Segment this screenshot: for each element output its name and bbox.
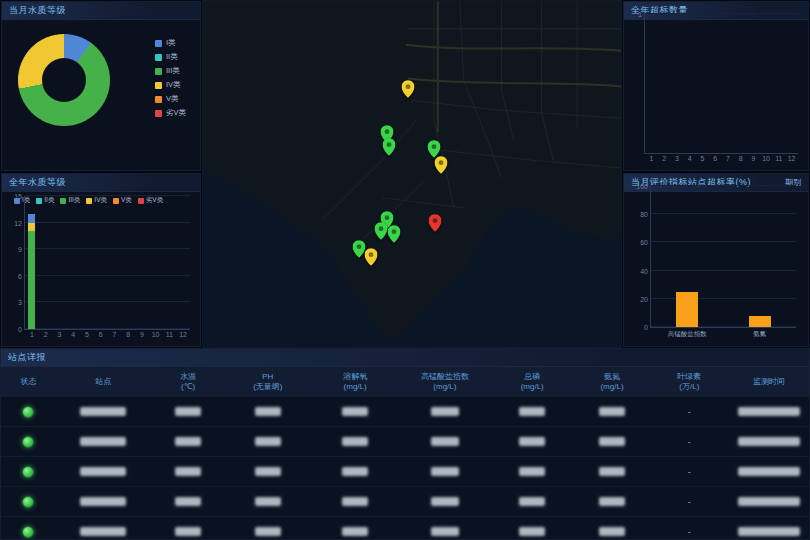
- redacted-value: [175, 407, 201, 416]
- table-cell: [225, 497, 310, 506]
- header-line2: (mg/L): [575, 382, 650, 392]
- redacted-value: [342, 467, 368, 476]
- table-cell: [575, 467, 650, 476]
- donut-legend-item: II类: [155, 52, 186, 62]
- redacted-value: [342, 527, 368, 536]
- x-axis-label: 2: [662, 155, 666, 162]
- x-axis-label: 7: [112, 331, 116, 338]
- table-cell: [310, 437, 400, 446]
- status-indicator-green: [22, 406, 34, 418]
- table-header-row: 状态站点水温(℃)PH(无量纲)溶解氧(mg/L)高锰酸盐指数(mg/L)总磷(…: [1, 367, 809, 397]
- header-line2: (mg/L): [400, 382, 490, 392]
- redacted-value: [431, 437, 459, 446]
- table-cell: [575, 527, 650, 536]
- panel-station-report: 站点详报 状态站点水温(℃)PH(无量纲)溶解氧(mg/L)高锰酸盐指数(mg/…: [0, 348, 810, 540]
- table-cell: [310, 497, 400, 506]
- panel-month-exceed-rate: 当月评价指标站点超标率(%) 期别 020406080100高锰酸盐指数氨氮: [623, 173, 809, 347]
- table-row[interactable]: -: [1, 397, 809, 427]
- table-cell: [56, 437, 151, 446]
- legend-label: III类: [166, 66, 180, 76]
- header-line1: PH: [225, 372, 310, 382]
- x-axis-label: 9: [140, 331, 144, 338]
- legend-label: II类: [166, 52, 178, 62]
- table-cell: [400, 497, 490, 506]
- donut-legend-item: V类: [155, 94, 186, 104]
- x-axis-label: 6: [99, 331, 103, 338]
- table-cell: [225, 407, 310, 416]
- exceed-rate-bar-chart: 020406080100高锰酸盐指数氨氮: [650, 186, 796, 328]
- status-indicator-green: [22, 466, 34, 478]
- table-cell: [151, 497, 226, 506]
- table-cell: [729, 407, 809, 416]
- table-row[interactable]: -: [1, 517, 809, 540]
- panel-title: 全年水质等级: [9, 176, 66, 189]
- header-line2: (万/L): [649, 382, 729, 392]
- table-cell: [729, 527, 809, 536]
- map-pin-green[interactable]: [383, 138, 396, 156]
- table-cell: [56, 407, 151, 416]
- gridline: [25, 275, 190, 276]
- map-pin-yellow[interactable]: [365, 248, 378, 266]
- y-axis-label: 20: [631, 296, 648, 303]
- legend-swatch: [155, 40, 162, 47]
- redacted-value: [599, 497, 625, 506]
- y-axis-label: 60: [631, 239, 648, 246]
- panel-header: 全年水质等级: [2, 174, 200, 192]
- map-pin-yellow[interactable]: [402, 80, 415, 98]
- column-header: 叶绿素(万/L): [649, 372, 729, 392]
- redacted-value: [431, 467, 459, 476]
- table-cell: -: [649, 497, 729, 507]
- header-line1: 氨氮: [575, 372, 650, 382]
- table-cell: [729, 437, 809, 446]
- table-cell: [729, 467, 809, 476]
- gridline: [25, 301, 190, 302]
- table-row[interactable]: -: [1, 487, 809, 517]
- table-cell: [225, 437, 310, 446]
- donut-legend-item: III类: [155, 66, 186, 76]
- y-axis-label: 0: [5, 326, 22, 333]
- map-pin-red[interactable]: [429, 214, 442, 232]
- y-axis-label: 40: [631, 268, 648, 275]
- map-pin-green[interactable]: [388, 225, 401, 243]
- table-cell: [310, 407, 400, 416]
- x-axis-label: 11: [166, 331, 173, 338]
- status-indicator-green: [22, 496, 34, 508]
- table-row[interactable]: -: [1, 427, 809, 457]
- x-axis-label: 3: [57, 331, 61, 338]
- header-line1: 叶绿素: [649, 372, 729, 382]
- y-axis-label: 6: [5, 273, 22, 280]
- table-cell: [575, 407, 650, 416]
- header-line1: 高锰酸盐指数: [400, 372, 490, 382]
- redacted-value: [80, 527, 126, 536]
- legend-swatch: [155, 110, 162, 117]
- redacted-value: [175, 467, 201, 476]
- map-pin-green[interactable]: [375, 222, 388, 240]
- gridline: [645, 13, 798, 14]
- gridline: [651, 298, 796, 299]
- table-cell: [225, 527, 310, 536]
- redacted-value: [738, 407, 800, 416]
- legend-label: 劣V类: [166, 108, 186, 118]
- redacted-value: [175, 527, 201, 536]
- redacted-value: [738, 437, 800, 446]
- table-cell: [310, 527, 400, 536]
- table-row[interactable]: -: [1, 457, 809, 487]
- status-indicator-green: [22, 436, 34, 448]
- table-cell: [400, 527, 490, 536]
- column-header: 状态: [1, 377, 56, 387]
- redacted-value: [342, 407, 368, 416]
- panel-year-exceed: 全年超标数量 1123456789101112: [623, 1, 809, 171]
- map[interactable]: [202, 0, 622, 348]
- x-axis-label: 1: [649, 155, 653, 162]
- donut-chart: [18, 34, 110, 126]
- table-cell: [151, 407, 226, 416]
- redacted-value: [738, 497, 800, 506]
- legend-label: V类: [166, 94, 179, 104]
- redacted-value: [431, 497, 459, 506]
- table-cell: -: [649, 467, 729, 477]
- map-pin-yellow[interactable]: [435, 156, 448, 174]
- redacted-value: [80, 497, 126, 506]
- table-cell: [490, 527, 575, 536]
- header-line1: 总磷: [490, 372, 575, 382]
- gridline: [25, 248, 190, 249]
